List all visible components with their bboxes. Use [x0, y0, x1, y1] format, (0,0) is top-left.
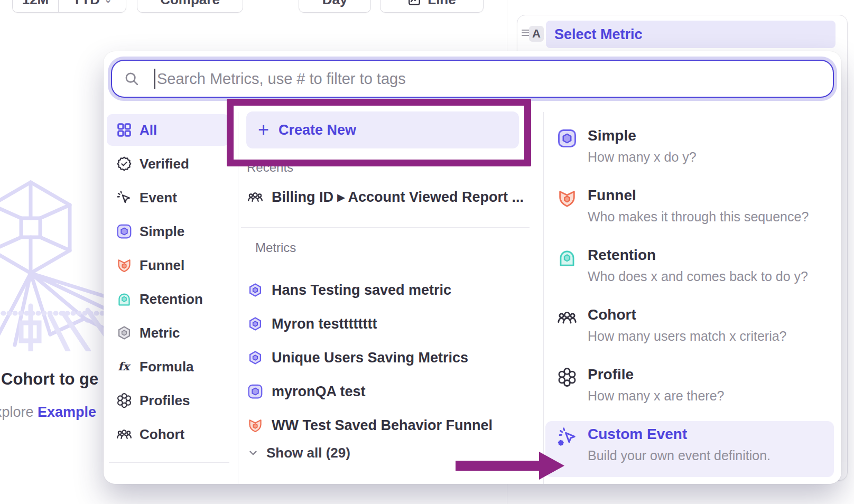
saved-metric-row[interactable]: myronQA test: [247, 375, 533, 408]
sidebar-item-retention[interactable]: Retention: [107, 283, 229, 315]
line-chart-icon: [407, 0, 421, 6]
simple-icon: [557, 128, 577, 148]
sidebar-item-label: Funnel: [140, 257, 184, 274]
sidebar-item-label: Event: [140, 190, 177, 206]
saved-metric-label: Hans Testing saved metric: [272, 282, 451, 298]
metric-type-desc: How many x do y?: [588, 150, 697, 165]
metric-type-title: Profile: [588, 366, 634, 383]
chevron-down-icon: [247, 447, 259, 459]
saved-metric-row[interactable]: Hans Testing saved metric: [247, 273, 533, 307]
funnel-icon: [557, 188, 577, 208]
chart-type-label: Line: [428, 0, 456, 8]
sidebar-item-profiles[interactable]: Profiles: [107, 385, 229, 416]
search-wrapper: Search Metrics, use # to filter to tags: [108, 57, 837, 101]
saved-metric-row[interactable]: Myron testttttttt: [247, 307, 533, 341]
interval-label: Day: [322, 0, 348, 8]
sidebar-item-more-label: T: [140, 483, 148, 484]
sidebar-item-event[interactable]: Event: [107, 182, 229, 213]
metric-type-desc: Build your own event definition.: [588, 448, 771, 463]
metric-type-title: Funnel: [588, 187, 636, 204]
cohort-icon: [116, 426, 132, 442]
sidebar-item-formula[interactable]: fxFormula: [107, 351, 229, 382]
event-icon: [116, 190, 132, 206]
saved-metric-row[interactable]: WW Test Saved Behavior Funnel: [247, 408, 533, 442]
sidebar-item-label: Cohort: [140, 426, 184, 443]
metric-type-desc: How many x are there?: [588, 388, 724, 404]
query-row-badge: A: [529, 26, 544, 42]
metric-icon: [116, 325, 132, 341]
metric-type-title: Simple: [588, 127, 636, 144]
sidebar-item-label: Formula: [140, 359, 194, 375]
custom-event-icon: [557, 427, 577, 447]
metric-type-desc: Who does x and comes back to do y?: [588, 269, 808, 284]
retention-icon: [557, 248, 577, 268]
sidebar-item-verified[interactable]: Verified: [107, 148, 229, 180]
empty-state-headline: Cohort to ge: [1, 370, 98, 389]
recent-item-label: Billing ID ▸ Account Viewed Report ...: [272, 189, 524, 206]
empty-state-illustration: [0, 177, 106, 351]
range-ytd-button[interactable]: YTD⌄: [58, 0, 126, 12]
chart-type-button[interactable]: Line: [380, 0, 484, 13]
tag-icon: [116, 483, 132, 484]
grid-icon: [116, 122, 132, 138]
sidebar-item-simple[interactable]: Simple: [107, 216, 229, 247]
example-link[interactable]: Example: [38, 404, 96, 420]
annotation-arrow: [449, 446, 571, 486]
profiles-icon: [557, 367, 577, 387]
sidebar-item-label: Profiles: [140, 393, 190, 409]
sidebar-item-all[interactable]: All: [107, 114, 229, 146]
recent-item[interactable]: Billing ID ▸ Account Viewed Report ...: [247, 180, 533, 214]
sidebar-item-label: Metric: [140, 325, 180, 341]
saved-metric-label: myronQA test: [272, 384, 366, 400]
sidebar-column-divider: [238, 112, 238, 484]
metric-type-desc: How many users match x criteria?: [588, 329, 787, 344]
search-icon: [124, 71, 140, 87]
metric-type-title: Cohort: [588, 306, 636, 323]
range-ytd-label: YTD: [72, 0, 100, 8]
recents-metrics-divider: [241, 227, 530, 228]
sidebar-divider: [109, 462, 229, 463]
metric-type-title: Retention: [588, 247, 656, 264]
cohort-icon: [557, 307, 577, 328]
query-row-letter: A: [532, 27, 541, 41]
search-input[interactable]: Search Metrics, use # to filter to tags: [111, 60, 834, 98]
sidebar-item-more[interactable]: T: [107, 475, 229, 484]
cohort-icon: [247, 189, 263, 205]
verified-icon: [116, 156, 132, 172]
funnel-icon: [247, 417, 263, 433]
range-12m-label: 12M: [22, 0, 49, 8]
show-all-button[interactable]: Show all (29): [247, 442, 350, 463]
range-12m-button[interactable]: 12M: [13, 0, 58, 12]
sidebar-item-label: All: [140, 122, 157, 138]
interval-button[interactable]: Day: [299, 0, 371, 13]
empty-state-subline: xplore Example: [0, 404, 96, 421]
funnel-icon: [116, 257, 132, 273]
date-range-control[interactable]: 12M YTD⌄: [12, 0, 126, 13]
select-metric-button[interactable]: Select Metric: [546, 21, 836, 48]
metric-saved-icon: [247, 282, 263, 298]
svg-text:fx: fx: [118, 360, 131, 373]
types-column-divider: [543, 112, 544, 484]
formula-icon: fx: [116, 359, 132, 375]
metric-saved-icon: [247, 350, 263, 366]
profiles-icon: [116, 393, 132, 408]
saved-metric-label: WW Test Saved Behavior Funnel: [272, 417, 493, 434]
sidebar-item-label: Verified: [140, 156, 189, 172]
sidebar-item-metric[interactable]: Metric: [107, 317, 229, 349]
retention-icon: [116, 291, 132, 307]
sidebar-item-funnel[interactable]: Funnel: [107, 249, 229, 281]
subline-text: xplore: [0, 404, 38, 420]
compare-button[interactable]: Compare: [137, 0, 243, 13]
sidebar-item-cohort[interactable]: Cohort: [107, 418, 229, 450]
annotation-rectangle: [227, 99, 531, 166]
search-placeholder: Search Metrics, use # to filter to tags: [157, 70, 406, 88]
metric-type-desc: Who makes it through this sequence?: [588, 209, 809, 225]
app-root: 12M YTD⌄ Compare Day Line A Select Metri…: [0, 0, 854, 504]
text-caret: [154, 69, 155, 89]
simple-icon: [247, 384, 263, 399]
select-metric-label: Select Metric: [554, 26, 643, 43]
metrics-section-label: Metrics: [255, 240, 296, 255]
saved-metric-row[interactable]: Unique Users Saving Metrics: [247, 341, 533, 375]
sidebar-item-label: Retention: [140, 291, 203, 307]
metric-type-title: Custom Event: [588, 426, 687, 443]
